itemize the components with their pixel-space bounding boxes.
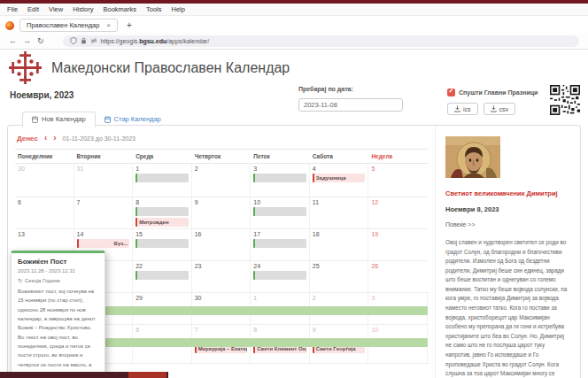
calendar-day-cell[interactable]: 6 — [15, 197, 74, 230]
weekday-header: Понеделник — [15, 150, 74, 163]
site-logo-cross-icon — [9, 51, 42, 84]
today-button[interactable]: Денес — [17, 135, 38, 143]
calendar-day-cell[interactable]: 19 — [368, 229, 428, 260]
saint-of-day-panel: Светиот великомаченик Димитриј Ноември 8… — [435, 126, 580, 378]
calendar-day-cell[interactable]: 23 — [192, 261, 251, 292]
tab-close-icon[interactable]: × — [106, 21, 111, 29]
day-number: 10 — [253, 199, 306, 205]
fasting-day-event[interactable] — [253, 239, 306, 248]
day-number: 7 — [195, 327, 248, 333]
fasting-day-event[interactable] — [253, 207, 306, 216]
day-number: 19 — [371, 231, 425, 237]
new-tab-button[interactable]: + — [123, 20, 135, 30]
calendar-day-cell[interactable]: 11 — [310, 197, 369, 230]
more-link[interactable]: Повеќе >> — [445, 221, 476, 228]
day-number: 23 — [195, 263, 248, 269]
menu-item[interactable]: Edit — [27, 5, 39, 13]
calendar-day-cell[interactable]: 24 — [251, 261, 310, 292]
download-ics-button[interactable]: ics — [447, 103, 478, 115]
download-icon — [491, 105, 497, 112]
firefox-icon[interactable] — [5, 21, 14, 30]
tab-new-calendar[interactable]: Нов Календар — [22, 112, 96, 127]
calendar-day-cell[interactable]: 2 — [192, 164, 251, 197]
calendar-day-cell[interactable]: 8Митровден — [133, 197, 192, 230]
url-bar[interactable]: https://geogis.bgsu.edu/apps/kalendar/ — [63, 35, 579, 47]
day-number: 13 — [18, 231, 71, 237]
calendar-day-cell[interactable]: 3 — [251, 164, 310, 197]
holiday-event[interactable]: Вуз... — [77, 239, 130, 248]
page-title: Македонски Православен Календар — [51, 60, 290, 76]
day-number: 30 — [195, 295, 248, 301]
calendar-day-cell[interactable]: 4Задушница — [310, 164, 369, 197]
calendar-day-cell[interactable]: 7 — [74, 197, 134, 230]
day-number: 25 — [313, 263, 366, 269]
day-number: 3 — [371, 295, 424, 301]
calendar-day-cell[interactable]: 12 — [368, 197, 428, 230]
fasting-day-event[interactable] — [135, 271, 189, 280]
menu-item[interactable]: View — [49, 5, 63, 13]
calendar-day-cell[interactable]: 15 — [133, 229, 192, 260]
holidays-controls: Спушти Главни Празници ics csv — [447, 89, 538, 115]
event-tooltip-popup: Божиќен Пост 2023.11.28 - 2023.12.31 ↻ С… — [11, 251, 105, 378]
fasting-day-event[interactable] — [135, 207, 189, 216]
browser-tab[interactable]: Православен Календар × — [19, 19, 118, 32]
multi-day-fast-bar[interactable] — [74, 306, 428, 315]
day-number: 12 — [371, 199, 425, 205]
weekday-header-row: ПонеделникВторникСредаЧетвртокПетокСабот… — [15, 149, 428, 164]
calendar-day-cell[interactable]: 16 — [192, 229, 251, 260]
fasting-day-event[interactable] — [135, 239, 189, 248]
prev-month-button[interactable]: ‹ — [44, 134, 47, 143]
main-holidays-checkbox[interactable] — [447, 89, 455, 96]
day-number: 6 — [135, 327, 189, 333]
holiday-event[interactable]: Митровден — [135, 218, 189, 227]
menu-item[interactable]: Bookmarks — [104, 5, 137, 13]
weekday-header: Петок — [251, 150, 310, 163]
search-by-date: Пребарај по дата: — [298, 86, 403, 112]
menu-item[interactable]: Help — [172, 5, 185, 13]
day-number: 7 — [77, 199, 130, 205]
calendar-week-row: 678Митровден9101112 — [15, 197, 428, 229]
calendar-day-cell[interactable]: 1 — [133, 164, 192, 197]
download-csv-button[interactable]: csv — [484, 103, 516, 115]
day-number: 18 — [313, 231, 366, 237]
next-month-button[interactable]: › — [53, 134, 56, 143]
popup-repeat-row: ↻ Секоја Година — [18, 277, 98, 283]
saint-title-link[interactable]: Светиот великомаченик Димитриј — [445, 189, 570, 197]
menu-item[interactable]: History — [73, 5, 93, 13]
shield-icon[interactable] — [70, 37, 77, 44]
day-number: 4 — [313, 166, 366, 172]
day-number: 8 — [135, 199, 189, 205]
forward-button[interactable]: → — [23, 37, 31, 45]
reload-button[interactable]: ↻ — [37, 37, 44, 45]
fasting-day-event[interactable] — [253, 174, 306, 182]
site-header: Македонски Православен Календар — [9, 51, 290, 84]
back-button[interactable]: ← — [9, 37, 17, 45]
calendar-day-cell[interactable]: 26 — [368, 261, 428, 292]
holiday-event[interactable]: Задушница — [313, 174, 366, 182]
calendar-day-cell[interactable]: 10 — [251, 197, 310, 230]
calendar-day-cell[interactable]: 17 — [251, 229, 310, 260]
day-number: 1 — [135, 166, 189, 172]
day-number: 22 — [135, 263, 189, 269]
calendar-icon — [32, 116, 38, 123]
menu-item[interactable]: Tools — [146, 5, 162, 13]
menu-item[interactable]: File — [7, 5, 18, 13]
fasting-day-event[interactable] — [253, 271, 306, 280]
calendar-day-cell[interactable]: 22 — [133, 261, 192, 292]
browser-menubar: FileEditViewHistoryBookmarksToolsHelp — [0, 4, 588, 16]
calendar-day-cell[interactable]: 18 — [310, 229, 369, 260]
day-number: 29 — [135, 295, 189, 301]
search-date-input[interactable] — [298, 98, 403, 112]
calendar-day-cell[interactable]: 30 — [15, 164, 74, 197]
calendar-day-cell[interactable]: 9 — [192, 197, 251, 230]
calendar-day-cell[interactable]: 5 — [368, 164, 428, 197]
permissions-icon[interactable] — [90, 37, 97, 44]
calendar-day-cell[interactable]: 31 — [74, 164, 134, 197]
day-number: 15 — [135, 231, 189, 237]
weekday-header: Четврток — [192, 150, 251, 163]
lock-icon[interactable] — [81, 37, 87, 44]
day-number: 2 — [313, 295, 366, 301]
fasting-day-event[interactable] — [135, 174, 189, 182]
tab-old-calendar[interactable]: Стар Календар — [96, 112, 170, 127]
calendar-day-cell[interactable]: 25 — [310, 261, 369, 292]
